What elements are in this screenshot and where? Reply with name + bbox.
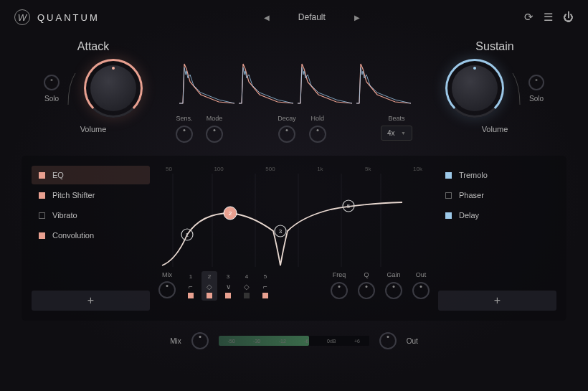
beats-label: Beats — [388, 115, 404, 122]
eq-mix-knob[interactable] — [158, 281, 176, 298]
attack-title: Attack — [77, 40, 109, 53]
eq-q-knob[interactable] — [358, 282, 375, 299]
eq-band-3[interactable]: 3∨ — [220, 271, 236, 301]
fx-item-pitch-shifter[interactable]: Pitch Shifter — [32, 186, 150, 204]
sustain-title: Sustain — [475, 40, 513, 53]
eq-band-4[interactable]: 4◇ — [239, 271, 255, 301]
attack-arc-decoration — [67, 70, 77, 106]
fx-toggle[interactable] — [445, 172, 452, 179]
power-icon[interactable]: ⏻ — [563, 11, 574, 24]
attack-solo-knob[interactable] — [44, 75, 60, 90]
eq-gain-knob[interactable] — [385, 282, 402, 299]
eq-out-knob[interactable] — [412, 282, 430, 299]
sens-knob[interactable] — [176, 126, 193, 143]
fx-item-vibrato[interactable]: Vibrato — [32, 206, 150, 225]
fx-toggle[interactable] — [445, 212, 452, 219]
hold-label: Hold — [310, 115, 324, 122]
fx-add-left-button[interactable]: + — [32, 291, 150, 311]
sustain-volume-knob[interactable] — [445, 59, 504, 118]
eq-mix-label: Mix — [162, 271, 172, 278]
sustain-solo-knob[interactable] — [528, 75, 544, 90]
eq-gain-label: Gain — [387, 271, 400, 278]
fx-toggle[interactable] — [39, 212, 45, 219]
eq-band-1[interactable]: 1⌐ — [183, 271, 199, 301]
eq-freq-knob[interactable] — [331, 282, 348, 299]
eq-graph[interactable]: 1 2 3 5 — [158, 174, 402, 267]
bottom-out-label: Out — [407, 337, 418, 345]
fx-item-convolution[interactable]: Convolution — [32, 226, 150, 245]
bottom-out-knob[interactable] — [379, 332, 397, 349]
eq-freq-labels: 501005001k5k10k — [158, 166, 430, 172]
fx-add-right-button[interactable]: + — [438, 291, 556, 311]
fx-toggle[interactable] — [39, 232, 45, 239]
brand-name: QUANTUM — [37, 12, 100, 23]
attack-volume-knob[interactable] — [84, 59, 143, 118]
sens-label: Sens. — [176, 115, 192, 122]
eq-out-label: Out — [416, 271, 427, 278]
mode-label: Mode — [207, 115, 223, 122]
fx-toggle[interactable] — [39, 172, 45, 179]
svg-text:1: 1 — [186, 232, 189, 238]
preset-prev-button[interactable]: ◀ — [264, 14, 270, 22]
logo-icon: W — [14, 9, 30, 25]
fx-item-phaser[interactable]: Phaser — [438, 186, 556, 204]
eq-band-2[interactable]: 2◇ — [201, 271, 217, 301]
svg-text:2: 2 — [229, 210, 232, 217]
decay-knob[interactable] — [278, 126, 295, 143]
svg-text:5: 5 — [347, 203, 351, 209]
eq-q-label: Q — [364, 271, 369, 278]
fx-toggle[interactable] — [445, 192, 452, 199]
bottom-mix-label: Mix — [170, 337, 181, 345]
eq-band-5[interactable]: 5⌐ — [257, 271, 273, 301]
sustain-volume-label: Volume — [482, 125, 508, 133]
fx-item-tremolo[interactable]: Tremolo — [438, 166, 556, 184]
preset-name[interactable]: Default — [298, 12, 326, 22]
transient-waveform — [176, 53, 412, 110]
svg-text:3: 3 — [279, 228, 283, 235]
hold-knob[interactable] — [309, 126, 326, 143]
preset-next-button[interactable]: ▶ — [354, 14, 360, 22]
bottom-mix-knob[interactable] — [191, 332, 209, 349]
refresh-icon[interactable]: ⟳ — [524, 11, 534, 24]
attack-volume-label: Volume — [80, 125, 107, 133]
attack-solo-label: Solo — [44, 95, 59, 103]
fx-toggle[interactable] — [39, 192, 45, 199]
eq-freq-label: Freq — [333, 271, 346, 278]
mode-knob[interactable] — [206, 126, 223, 143]
fx-item-eq[interactable]: EQ — [32, 166, 150, 184]
sustain-solo-label: Solo — [529, 95, 544, 103]
beats-select[interactable]: 4x▼ — [381, 126, 412, 141]
output-meter: -50-30-12-60dB+6 — [219, 336, 369, 346]
sustain-arc-decoration — [511, 70, 521, 106]
decay-label: Decay — [278, 115, 296, 122]
menu-icon[interactable]: ☰ — [544, 11, 553, 24]
fx-item-delay[interactable]: Delay — [438, 206, 556, 225]
